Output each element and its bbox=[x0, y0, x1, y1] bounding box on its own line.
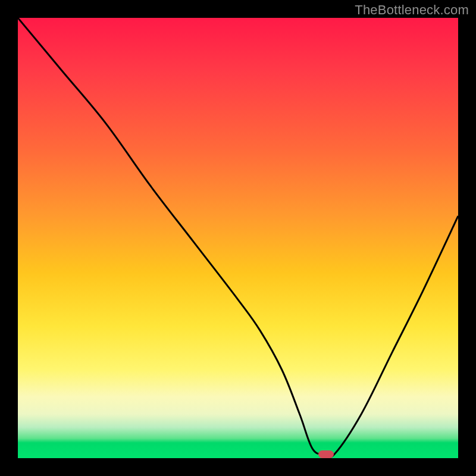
watermark-label: TheBottleneck.com bbox=[355, 2, 469, 18]
optimal-marker bbox=[318, 450, 334, 458]
chart-frame: TheBottleneck.com bbox=[0, 0, 476, 476]
bottleneck-curve-path bbox=[18, 18, 458, 457]
curve-svg bbox=[18, 18, 458, 458]
plot-area bbox=[18, 18, 458, 458]
